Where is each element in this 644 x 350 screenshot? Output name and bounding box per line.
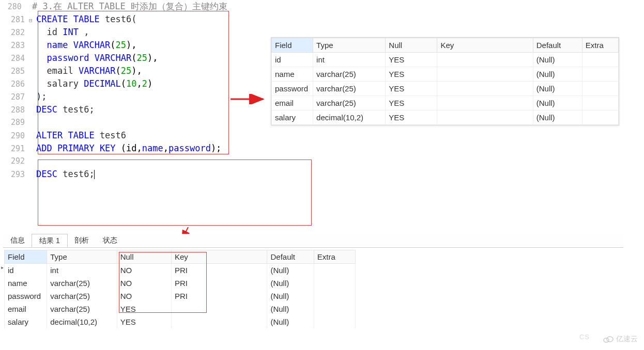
- code-line[interactable]: 290ALTER TABLE test6: [0, 129, 227, 142]
- table-header[interactable]: Null: [117, 250, 171, 264]
- code-line[interactable]: 285 email VARCHAR(25),: [0, 65, 227, 77]
- line-number: 280: [0, 1, 26, 13]
- table-header[interactable]: Field: [272, 38, 313, 53]
- table-cell: decimal(10,2): [313, 110, 386, 125]
- table-cell: varchar(25): [313, 96, 386, 110]
- code-line[interactable]: 289: [0, 116, 227, 129]
- code-content[interactable]: password VARCHAR(25),: [36, 52, 158, 65]
- code-content[interactable]: email VARCHAR(25),: [36, 65, 142, 77]
- fold-gutter: [29, 34, 36, 35]
- watermark: 亿速云: [603, 335, 638, 344]
- table-header[interactable]: Default: [267, 250, 314, 264]
- table-row[interactable]: passwordvarchar(25)NOPRI(Null): [5, 290, 356, 303]
- fold-gutter: [29, 99, 36, 100]
- tab-1[interactable]: 结果 1: [32, 234, 68, 247]
- code-content[interactable]: ALTER TABLE test6: [36, 129, 126, 142]
- table-row[interactable]: emailvarchar(25)YES(Null): [5, 303, 356, 315]
- tab-2[interactable]: 剖析: [67, 234, 96, 247]
- table-row[interactable]: namevarchar(25)NOPRI(Null): [5, 277, 356, 290]
- table-cell: [582, 96, 618, 110]
- fold-gutter: [29, 112, 36, 113]
- code-line[interactable]: 282 id INT ,: [0, 26, 227, 39]
- tab-0[interactable]: 信息: [3, 234, 32, 247]
- code-content[interactable]: CREATE TABLE test6(: [36, 13, 137, 26]
- table-cell: YES: [117, 315, 171, 328]
- table-header[interactable]: Extra: [582, 38, 618, 53]
- code-line[interactable]: 281⊟CREATE TABLE test6(: [0, 13, 227, 26]
- code-line[interactable]: 283 name VARCHAR(25),: [0, 39, 227, 52]
- table-row[interactable]: namevarchar(25)YES(Null): [272, 67, 619, 82]
- code-line[interactable]: 280# 3.在 ALTER TABLE 时添加（复合）主键约束: [0, 0, 227, 13]
- result-table-after[interactable]: FieldTypeNullKeyDefaultExtraidintNOPRI(N…: [4, 250, 356, 328]
- table-row[interactable]: salarydecimal(10,2)YES(Null): [5, 315, 356, 328]
- table-cell: [437, 67, 533, 82]
- code-content[interactable]: );: [36, 90, 47, 103]
- table-cell: [582, 110, 618, 125]
- code-line[interactable]: 288DESC test6;: [0, 103, 227, 116]
- table-cell: (Null): [267, 303, 314, 315]
- watermark-text: 亿速云: [616, 335, 638, 343]
- table-cell: varchar(25): [313, 67, 386, 82]
- table-row[interactable]: salarydecimal(10,2)YES(Null): [272, 110, 619, 125]
- code-line[interactable]: 291ADD PRIMARY KEY (id,name,password);: [0, 142, 227, 155]
- line-number: 283: [0, 39, 29, 52]
- table-header[interactable]: Default: [533, 38, 582, 53]
- code-line[interactable]: 293DESC test6;: [0, 168, 227, 181]
- table-cell: (Null): [533, 82, 582, 96]
- code-line[interactable]: 292: [0, 155, 227, 168]
- code-line[interactable]: 287);: [0, 90, 227, 103]
- table-cell: [314, 264, 355, 277]
- table-cell: salary: [272, 110, 313, 125]
- table-cell: (Null): [267, 290, 314, 303]
- table-header[interactable]: Type: [313, 38, 386, 53]
- code-line[interactable]: 286 salary DECIMAL(10,2): [0, 77, 227, 90]
- code-content[interactable]: id INT ,: [36, 26, 89, 39]
- line-number: 293: [0, 168, 29, 181]
- tab-3[interactable]: 状态: [96, 234, 125, 247]
- code-content[interactable]: # 3.在 ALTER TABLE 时添加（复合）主键约束: [32, 0, 227, 13]
- table-cell: varchar(25): [313, 82, 386, 96]
- fold-gutter: [29, 47, 36, 48]
- code-content[interactable]: DESC test6;: [36, 168, 95, 181]
- table-cell: [582, 53, 618, 67]
- code-content[interactable]: salary DECIMAL(10,2): [36, 77, 152, 90]
- code-line[interactable]: 284 password VARCHAR(25),: [0, 52, 227, 65]
- table-cell: (Null): [267, 315, 314, 328]
- table-cell: varchar(25): [47, 290, 117, 303]
- table-header[interactable]: Field: [5, 250, 47, 264]
- table-cell: id: [5, 264, 47, 277]
- line-number: 282: [0, 26, 29, 39]
- table-cell: [437, 82, 533, 96]
- table-cell: YES: [386, 67, 437, 82]
- table-row[interactable]: emailvarchar(25)YES(Null): [272, 96, 619, 110]
- table-cell: PRI: [171, 290, 267, 303]
- table-header[interactable]: Key: [437, 38, 533, 53]
- table-cell: NO: [117, 277, 171, 290]
- line-number: 284: [0, 52, 29, 65]
- table-cell: password: [272, 82, 313, 96]
- table-row[interactable]: idintYES(Null): [272, 53, 619, 67]
- table-header[interactable]: Type: [47, 250, 117, 264]
- arrow-icon: [229, 94, 268, 104]
- fold-gutter: [26, 8, 32, 9]
- table-header[interactable]: Extra: [314, 250, 355, 264]
- line-number: 285: [0, 65, 29, 78]
- result-tabs: 信息结果 1剖析状态: [3, 234, 623, 248]
- table-row[interactable]: passwordvarchar(25)YES(Null): [272, 82, 619, 96]
- table-cell: YES: [386, 96, 437, 110]
- code-content[interactable]: name VARCHAR(25),: [36, 39, 137, 52]
- code-editor[interactable]: 280# 3.在 ALTER TABLE 时添加（复合）主键约束281⊟CREA…: [0, 0, 227, 181]
- table-row[interactable]: idintNOPRI(Null): [5, 264, 356, 277]
- fold-gutter[interactable]: ⊟: [29, 13, 36, 27]
- table-header[interactable]: Key: [171, 250, 267, 264]
- code-content[interactable]: ADD PRIMARY KEY (id,name,password);: [36, 142, 221, 155]
- table-cell: YES: [386, 82, 437, 96]
- table-cell: [314, 290, 355, 303]
- code-content[interactable]: DESC test6;: [36, 103, 95, 116]
- line-number: 287: [0, 91, 29, 104]
- fold-gutter: [29, 137, 36, 138]
- line-number: 281: [0, 13, 29, 26]
- table-cell: password: [5, 290, 47, 303]
- line-number: 292: [0, 155, 29, 168]
- table-header[interactable]: Null: [386, 38, 437, 53]
